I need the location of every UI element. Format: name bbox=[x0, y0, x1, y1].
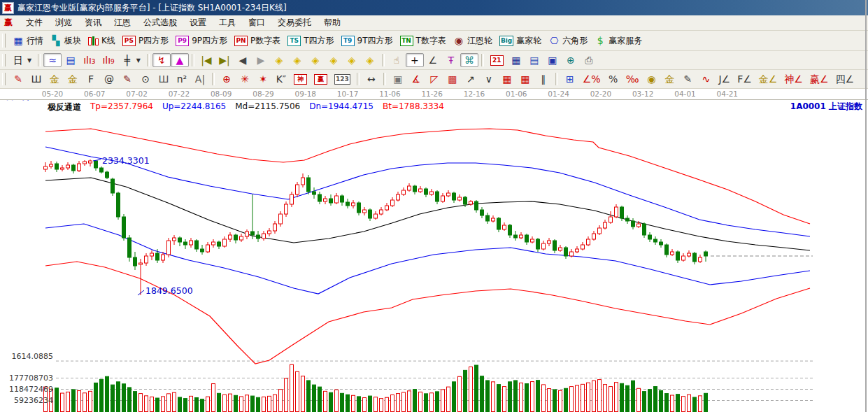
gann-wheel-button[interactable]: ◉江恩轮 bbox=[450, 34, 496, 48]
parallel-lines-tool[interactable]: ∥ bbox=[534, 72, 553, 86]
zigzag-tool-button[interactable]: ↯ bbox=[152, 53, 171, 67]
gold-angle-tool[interactable]: 金∠ bbox=[755, 72, 781, 86]
toolbar-grip[interactable] bbox=[2, 73, 6, 85]
knife-pen-tool[interactable]: ✎ bbox=[9, 72, 27, 86]
print-button[interactable]: ⎙ bbox=[580, 53, 598, 67]
f-angle-tool[interactable]: F∠ bbox=[734, 72, 755, 86]
market-quotes-button[interactable]: ▦行情 bbox=[9, 34, 47, 48]
toolbar-grip[interactable] bbox=[2, 34, 6, 48]
ruler-123-tool[interactable]: 123 bbox=[331, 73, 354, 86]
gann-diamond-expand-button[interactable]: ◈ bbox=[325, 53, 343, 67]
bars-3-button[interactable]: ılı₃ bbox=[80, 53, 99, 67]
permille-line-tool[interactable]: ‰ bbox=[622, 72, 643, 86]
title-bar[interactable]: 赢 赢家江恩专业版[赢家内部服务平台] - [上证指数 SH1A0001-234… bbox=[0, 0, 868, 15]
menu-trade-order[interactable]: 交易委托 bbox=[271, 15, 318, 30]
f-comb-tool[interactable]: F bbox=[82, 72, 100, 86]
menu-help[interactable]: 帮助 bbox=[318, 15, 347, 30]
k-quote-tool[interactable]: K″ bbox=[272, 72, 290, 86]
a-line-tool[interactable]: A| bbox=[191, 72, 209, 86]
double-wave-tool[interactable]: ∿ bbox=[697, 72, 715, 86]
gold-bar-tool[interactable]: 金 bbox=[660, 72, 678, 86]
radial-web-tool[interactable]: ✶ bbox=[254, 72, 272, 86]
p9-square-button[interactable]: P99P四方形 bbox=[172, 34, 231, 48]
circle-degree-tool[interactable]: ⊙ bbox=[136, 72, 155, 86]
column-stats-tool[interactable]: ⊞ bbox=[561, 72, 579, 86]
calendar-button[interactable]: 21 bbox=[487, 54, 507, 67]
prev-kline-button[interactable]: ◀ bbox=[234, 53, 252, 67]
ying-tool[interactable]: 赢 bbox=[311, 73, 331, 86]
circle-cross-tool[interactable]: ⊕ bbox=[218, 72, 236, 86]
t-square-button[interactable]: TST四方形 bbox=[284, 34, 337, 48]
starburst-tool[interactable]: ✳ bbox=[236, 72, 254, 86]
menu-tools[interactable]: 工具 bbox=[213, 15, 242, 30]
sector-board-button[interactable]: ▚板块 bbox=[47, 34, 85, 48]
pan-hand-button[interactable]: ☝ bbox=[387, 53, 406, 67]
maze-tool-button[interactable]: ⌘ bbox=[460, 53, 478, 67]
shen-angle-tool[interactable]: 神∠ bbox=[781, 72, 806, 86]
angle-percent-tool[interactable]: ∠% bbox=[579, 72, 604, 86]
chart-area[interactable] bbox=[0, 100, 868, 412]
comb-grid-tool[interactable]: Ш bbox=[27, 72, 45, 86]
toolbar-grip[interactable] bbox=[2, 54, 6, 66]
trend-arrow-tool[interactable]: ↗ bbox=[462, 72, 480, 86]
gold-circle-tool[interactable]: ◉ bbox=[642, 72, 660, 86]
info-list-button[interactable]: ▤ bbox=[62, 53, 80, 67]
calculator-button[interactable]: ▦ bbox=[507, 53, 525, 67]
ray-fan-tool[interactable]: ∡ bbox=[407, 72, 425, 86]
last-kline-button[interactable]: ▶| bbox=[215, 53, 234, 67]
shen-tool[interactable]: 神 bbox=[290, 73, 311, 86]
p-square-button[interactable]: PSP四方形 bbox=[119, 34, 172, 48]
gann-diamond-star-button[interactable]: ◈ bbox=[343, 53, 361, 67]
menu-news[interactable]: 资讯 bbox=[78, 15, 108, 30]
menu-file[interactable]: 文件 bbox=[20, 15, 49, 30]
gann-diamond-left-button[interactable]: ◈ bbox=[270, 53, 288, 67]
gann-t-tool-button[interactable]: Ŧ bbox=[442, 53, 460, 67]
notes-button[interactable]: ▤ bbox=[525, 53, 543, 67]
menu-window[interactable]: 窗口 bbox=[242, 15, 271, 30]
gold-comb-tool-1[interactable]: 金 bbox=[45, 72, 64, 86]
p-number-table-button[interactable]: PNP数字表 bbox=[231, 34, 284, 48]
ink-pen-tool[interactable]: ✎ bbox=[678, 72, 697, 86]
red-grid-tool-2[interactable]: ▦ bbox=[516, 72, 534, 86]
t-number-table-button[interactable]: TNT数字表 bbox=[397, 34, 450, 48]
t9-square-button[interactable]: T99T四方形 bbox=[338, 34, 397, 48]
tick-comb-tool[interactable]: Ш bbox=[155, 72, 173, 86]
peak-flag-button[interactable]: ▲ bbox=[171, 53, 189, 67]
menu-logo-icon[interactable]: 赢 bbox=[4, 17, 13, 29]
pen-comb-tool[interactable]: ✎ bbox=[118, 72, 136, 86]
menu-formula-picker[interactable]: 公式选股 bbox=[137, 15, 183, 30]
menu-gann[interactable]: 江恩 bbox=[108, 15, 137, 30]
menu-settings[interactable]: 设置 bbox=[183, 15, 213, 30]
gann-diamond-center-button[interactable]: ◈ bbox=[361, 53, 379, 67]
hexagon-button[interactable]: ⎔六角形 bbox=[545, 34, 591, 48]
red-grid-tool-1[interactable]: ▦ bbox=[498, 72, 516, 86]
kline-button[interactable]: K线 bbox=[85, 34, 119, 48]
gold-comb-tool-2[interactable]: 金 bbox=[64, 72, 82, 86]
gann-diamond-cross-button[interactable]: ◈ bbox=[306, 53, 325, 67]
v-dots-tool[interactable]: ∨ bbox=[480, 72, 498, 86]
menu-browse[interactable]: 浏览 bbox=[49, 15, 78, 30]
winner-wheel-button[interactable]: Big赢家轮 bbox=[496, 34, 545, 48]
si-angle-tool[interactable]: 四∠ bbox=[832, 72, 858, 86]
box-handles-tool[interactable]: ▣ bbox=[389, 72, 407, 86]
period-day-combo[interactable]: 日▼ bbox=[9, 53, 35, 67]
j-angle-tool[interactable]: J∠ bbox=[715, 72, 734, 86]
winner-service-button[interactable]: $赢家服务 bbox=[591, 34, 646, 48]
symbol-label[interactable]: 1A0001 上证指数 bbox=[790, 101, 862, 113]
wave-chart-button[interactable]: ≈ bbox=[43, 53, 62, 67]
gann-diamond-right-button[interactable]: ◈ bbox=[288, 53, 306, 67]
box-web-tool[interactable]: ▩ bbox=[443, 72, 462, 86]
percent-tool[interactable]: % bbox=[604, 72, 622, 86]
width-measure-tool[interactable]: ↔ bbox=[362, 72, 380, 86]
bars-9-button[interactable]: ılı₉ bbox=[99, 53, 118, 67]
angle-measure-button[interactable]: ∠ bbox=[424, 53, 442, 67]
n-square-tool[interactable]: n² bbox=[173, 72, 191, 86]
spiral-tool[interactable]: @ bbox=[100, 72, 118, 86]
next-kline-button[interactable]: ▶ bbox=[252, 53, 270, 67]
crosshair-button[interactable]: + bbox=[406, 53, 424, 67]
candle-style-combo[interactable]: ╪▼ bbox=[118, 53, 144, 67]
web-sync-button[interactable]: ⊕ bbox=[562, 53, 580, 67]
save-button[interactable]: ▣ bbox=[543, 53, 562, 67]
ying-angle-tool[interactable]: 赢∠ bbox=[806, 72, 832, 86]
box-fan-tool[interactable]: ◸ bbox=[425, 72, 443, 86]
